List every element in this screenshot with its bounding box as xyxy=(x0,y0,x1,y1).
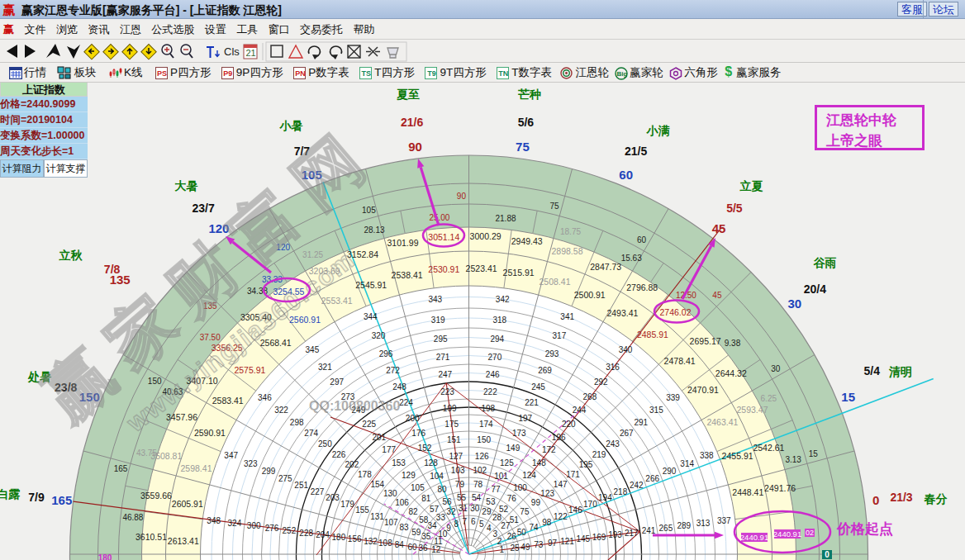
svg-text:21: 21 xyxy=(246,48,256,58)
svg-text:Big: Big xyxy=(617,70,628,78)
svg-text:2440.91: 2440.91 xyxy=(773,529,801,539)
svg-text:Cls: Cls xyxy=(224,45,240,58)
svg-text:2440.91: 2440.91 xyxy=(740,533,768,542)
